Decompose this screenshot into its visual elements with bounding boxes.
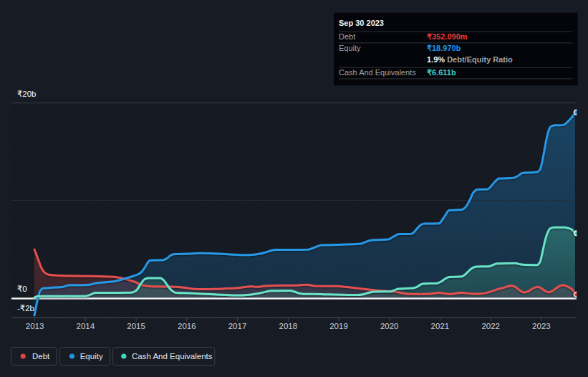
svg-text:Debt: Debt xyxy=(32,352,50,361)
svg-text:2013: 2013 xyxy=(26,322,44,330)
svg-text:Debt: Debt xyxy=(339,32,355,41)
svg-text:2014: 2014 xyxy=(77,322,95,330)
svg-text:Cash And Equivalents: Cash And Equivalents xyxy=(339,68,416,77)
svg-text:Equity: Equity xyxy=(339,44,361,52)
svg-text:2022: 2022 xyxy=(481,322,500,330)
svg-text:1.9% Debt/Equity Ratio: 1.9% Debt/Equity Ratio xyxy=(427,55,513,64)
svg-text:₹352.090m: ₹352.090m xyxy=(427,32,468,41)
svg-text:Cash And Equivalents: Cash And Equivalents xyxy=(132,352,213,361)
svg-text:2018: 2018 xyxy=(279,322,298,330)
svg-text:₹0: ₹0 xyxy=(17,285,27,293)
svg-text:₹20b: ₹20b xyxy=(17,90,37,98)
svg-text:₹6.611b: ₹6.611b xyxy=(427,68,456,77)
svg-text:2015: 2015 xyxy=(127,322,145,330)
svg-text:2019: 2019 xyxy=(329,322,348,330)
svg-text:2023: 2023 xyxy=(532,322,551,330)
svg-text:2017: 2017 xyxy=(228,322,247,330)
svg-text:-₹2b: -₹2b xyxy=(17,304,34,312)
svg-text:2021: 2021 xyxy=(431,322,450,330)
svg-text:Sep 30 2023: Sep 30 2023 xyxy=(339,19,384,27)
svg-text:2020: 2020 xyxy=(380,322,399,330)
svg-text:2016: 2016 xyxy=(178,322,196,330)
svg-text:Equity: Equity xyxy=(80,352,103,361)
svg-text:₹18.970b: ₹18.970b xyxy=(427,44,461,52)
